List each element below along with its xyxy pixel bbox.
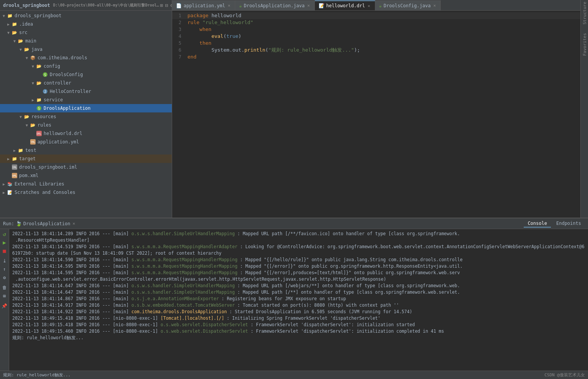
line-number-1: 1 [172,12,186,19]
tab-application-yml[interactable]: 📄 application.yml ✕ [172,0,235,10]
favorites-tab[interactable]: Favorites [581,33,588,56]
tree-icon-rules: 📂 [30,122,36,128]
sidebar: drools_springboot D:\00-projects\000-all… [0,0,172,218]
tree-item-idea[interactable]: ▶📁.idea [0,20,172,28]
tab-drools-config[interactable]: ☕ DroolsConfig.java ✕ [375,0,441,10]
run-spring-icon: 🍃 [16,221,22,226]
tab-close-drools-application[interactable]: ✕ [306,3,311,8]
console-line-9: 2022-11-13 18:41:14.867 INFO 2016 --- [m… [12,296,585,302]
panel-tab-console[interactable]: Console [524,220,551,228]
status-bar: 规则: rule_helloworld触发... CSDN @傲装艺术儿女 [0,371,588,379]
tree-item-java[interactable]: ▼📂java [0,45,172,54]
tree-item-controller[interactable]: ▼📂controller [0,79,172,87]
tree-item-target[interactable]: ▶📁target [0,155,172,163]
tree-arrow-target: ▶ [6,156,11,161]
tab-close-application-yml[interactable]: ✕ [227,3,231,8]
stop-btn[interactable]: ■ [1,247,8,254]
panel-tab-endpoints[interactable]: Endpoints [552,220,585,228]
right-side-panel: Structure Favorites [580,0,588,218]
tree-item-config[interactable]: ▼📂config [0,62,172,70]
tab-bar: 📄 application.yml ✕ ☕ DroolsApplication.… [172,0,580,11]
bottom-panel: Run: 🍃 DroolsApplication ✕ Console Endpo… [0,218,588,371]
tree-label-HelloController: HelloController [50,89,91,94]
tree-label-drools_springboot_iml: drools_springboot.iml [19,164,77,170]
tree-item-test[interactable]: ▶📁test [0,146,172,155]
structure-tab[interactable]: Structure [581,2,588,24]
code-content-6: System.out.println("规则: rule_helloworld触… [186,47,580,54]
console-line-11: 2022-11-13 18:41:14.922 INFO 2016 --- [m… [12,309,585,315]
tree-arrow-main: ▼ [12,39,17,43]
tree-item-pom_xml[interactable]: XMLpom.xml [0,171,172,180]
tree-label-idea: .idea [19,21,33,27]
tree-item-rules[interactable]: ▼📂rules [0,121,172,129]
expand-icon[interactable]: ⊞ [160,3,163,8]
tree-item-helloworld_drl[interactable]: DRLhelloworld.drl [0,129,172,138]
tree-item-resources[interactable]: ▼📂resources [0,112,172,121]
code-line-7: 7end [172,54,580,60]
tree-icon-idea: 📁 [11,21,18,27]
tree-icon-test: 📁 [18,147,24,153]
pin-btn[interactable]: 📌 [1,303,8,309]
tree-arrow-external_libraries: ▶ [2,182,6,186]
resume-btn[interactable]: ▶ [1,239,8,246]
code-content-5: then [186,40,580,47]
tree-arrow-rules: ▼ [24,123,29,127]
tree-icon-DroolsConfig: S [42,72,48,78]
tree-item-DroolsConfig[interactable]: SDroolsConfig [0,70,172,79]
tree-item-DroolsApplication[interactable]: SDroolsApplication [0,104,172,112]
tree-arrow-config: ▼ [31,64,35,68]
tree-arrow-helloworld_drl [31,131,35,136]
tree-item-external_libraries[interactable]: ▶📚External Libraries [0,180,172,188]
status-left: 规则: rule_helloworld触发... [3,372,70,378]
tree-item-application_yaml[interactable]: YMLapplication.yml [0,138,172,146]
tree-item-HelloController[interactable]: JHelloController [0,87,172,96]
tree-arrow-src: ▼ [6,30,11,35]
filter-btn[interactable]: ⊞ [1,293,8,299]
tree-label-external_libraries: External Libraries [15,181,64,187]
tree-arrow-DroolsConfig [37,72,41,77]
tree-item-scratches[interactable]: ▶📝Scratches and Consoles [0,188,172,197]
code-line-4: 4 eval(true) [172,33,580,40]
run-app-name: DroolsApplication [23,221,70,226]
tree-item-com_itheima_drools[interactable]: ▼📦com.itheima.drools [0,54,172,62]
tree-arrow-scratches: ▶ [2,190,6,195]
console-line-5: 2022-11-13 18:41:14.595 INFO 2016 --- [m… [12,270,585,276]
tab-close-drools-config[interactable]: ✕ [433,3,437,8]
tree-label-drools_springboot: drools_springboot [15,13,62,18]
collapse-icon[interactable]: ⊟ [165,3,168,8]
code-editor[interactable]: 1package helloworld2rule "rule_helloworl… [172,11,580,218]
console-line-2: 2022-11-13 18:41:14.519 INFO 2016 --- [m… [12,244,585,257]
tree-arrow-com_itheima_drools: ▼ [24,55,29,60]
settings-run-btn[interactable]: ⚙ [1,274,8,281]
tab-drools-application[interactable]: ☕ DroolsApplication.java ✕ [235,0,315,10]
restart-btn[interactable]: ↺ [1,231,8,237]
editor-area: 📄 application.yml ✕ ☕ DroolsApplication.… [172,0,580,218]
tab-helloworld-drl[interactable]: 📝 helloworld.drl ✕ [315,0,375,10]
bottom-panel-header: Run: 🍃 DroolsApplication ✕ Console Endpo… [0,218,588,229]
svg-text:XML: XML [12,174,17,177]
tree-label-helloworld_drl: helloworld.drl [44,131,82,136]
tree-item-main[interactable]: ▼📂main [0,37,172,45]
run-app-close[interactable]: ✕ [73,221,75,226]
tree-item-src[interactable]: ▼📂src [0,28,172,37]
console-line-4: 2022-11-13 18:41:14.595 INFO 2016 --- [m… [12,263,585,270]
tree-item-drools_springboot[interactable]: ▼📁drools_springboot [0,11,172,20]
tree-icon-target: 📁 [11,156,18,162]
tree-icon-main: 📂 [18,38,24,44]
tab-close-helloworld-drl[interactable]: ✕ [367,3,371,9]
scroll-up-btn[interactable]: ↑ [1,266,8,273]
tree-item-drools_springboot_iml[interactable]: IMLdrools_springboot.iml [0,163,172,171]
clear-btn[interactable]: 🗑 [1,284,8,291]
console-line-3: 2022-11-13 18:41:14.590 INFO 2016 --- [m… [12,257,585,263]
code-line-2: 2rule "rule_helloworld" [172,19,580,26]
tree-arrow-pom_xml [6,173,11,178]
line-number-6: 6 [172,47,186,54]
scroll-end-btn[interactable]: ⤓ [1,257,8,264]
tree-label-test: test [25,148,36,153]
tree-item-service[interactable]: ▶📁service [0,96,172,104]
tree-label-controller: controller [44,80,71,86]
line-number-2: 2 [172,19,186,26]
tree-label-target: target [19,156,36,161]
tree-icon-pom_xml: XML [11,172,18,179]
bottom-side-toolbar: ↺ ▶ ■ ⤓ ↑ ⚙ 🗑 ⊞ 📌 [0,229,9,371]
